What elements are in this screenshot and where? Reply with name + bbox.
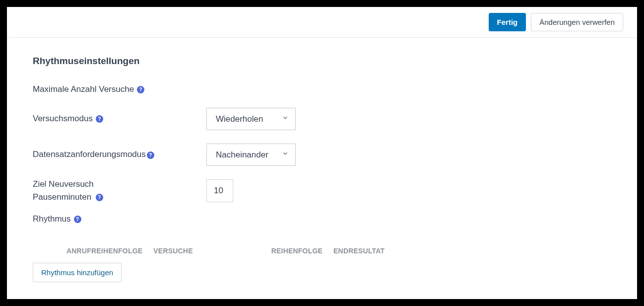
label-max-attempts: Maximale Anzahl Versuche (33, 84, 134, 94)
th-attempts: VERSUCHE (153, 247, 193, 255)
discard-button[interactable]: Änderungen verwerfen (531, 13, 623, 31)
label-cadence: Rhythmus (33, 214, 71, 224)
label-retry-pause-1: Ziel Neuversuch (33, 178, 206, 191)
content-area: Rhythmuseinstellungen Maximale Anzahl Ve… (7, 38, 637, 299)
label-record-request-mode: Datensatzanforderungsmodus (33, 150, 146, 159)
th-end-result: ENDRESULTAT (333, 247, 385, 255)
action-bar: Fertig Änderungen verwerfen (7, 7, 637, 38)
section-title: Rhythmuseinstellungen (33, 56, 611, 67)
field-retry-pause: Ziel Neuversuch Pausenminuten ? (33, 178, 611, 203)
th-call-order: ANRUFREIHENFOLGE (66, 247, 142, 255)
cadence-table-headers: ANRUFREIHENFOLGE VERSUCHE REIHENFOLGE EN… (33, 247, 611, 255)
help-icon[interactable]: ? (137, 86, 144, 93)
select-record-request-mode[interactable]: Nacheinander (206, 144, 296, 166)
field-max-attempts: Maximale Anzahl Versuche ? (33, 84, 611, 102)
label-attempt-mode: Versuchsmodus (33, 114, 93, 124)
done-button[interactable]: Fertig (489, 13, 526, 31)
help-icon[interactable]: ? (74, 216, 81, 223)
field-record-request-mode: Datensatzanforderungsmodus ? Nacheinande… (33, 142, 611, 167)
help-icon[interactable]: ? (96, 115, 103, 123)
help-icon[interactable]: ? (96, 194, 103, 201)
input-retry-pause[interactable] (206, 179, 233, 202)
add-cadence-button[interactable]: Rhythmus hinzufügen (33, 263, 122, 282)
label-retry-pause-2: Pausenminuten (33, 192, 91, 202)
field-cadence: Rhythmus ? (33, 214, 611, 232)
th-order: REIHENFOLGE (271, 247, 322, 255)
field-attempt-mode: Versuchsmodus ? Wiederholen (33, 106, 611, 131)
settings-panel: Fertig Änderungen verwerfen Rhythmuseins… (7, 7, 637, 299)
select-attempt-mode[interactable]: Wiederholen (206, 108, 296, 130)
help-icon[interactable]: ? (147, 152, 154, 159)
